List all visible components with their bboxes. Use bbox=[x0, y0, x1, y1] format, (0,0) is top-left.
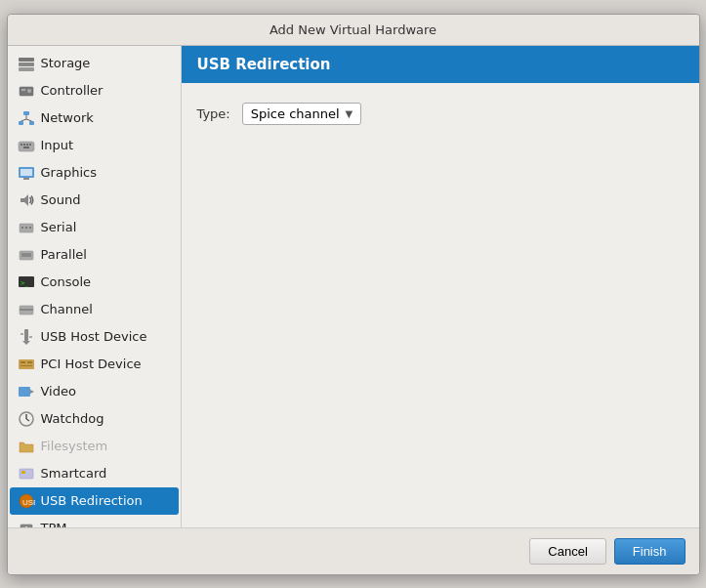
finish-button[interactable]: Finish bbox=[614, 538, 685, 565]
type-label: Type: bbox=[197, 106, 230, 121]
sidebar-item-label-input: Input bbox=[41, 138, 74, 152]
svg-line-45 bbox=[26, 419, 29, 421]
dialog-footer: Cancel Finish bbox=[8, 527, 699, 574]
channel-icon bbox=[18, 301, 35, 318]
svg-rect-37 bbox=[19, 359, 34, 369]
console-icon: >_ bbox=[18, 273, 35, 291]
sidebar-item-label-tpm: TPM bbox=[41, 521, 67, 527]
smartcard-icon bbox=[18, 465, 35, 483]
sidebar-item-network[interactable]: Network bbox=[10, 105, 179, 132]
svg-rect-16 bbox=[29, 144, 31, 146]
sidebar-item-label-console: Console bbox=[41, 274, 92, 289]
sidebar-item-watchdog[interactable]: Watchdog bbox=[10, 405, 179, 433]
svg-marker-21 bbox=[21, 194, 28, 206]
svg-marker-42 bbox=[30, 390, 34, 394]
chevron-down-icon: ▼ bbox=[346, 108, 353, 119]
svg-rect-14 bbox=[23, 144, 25, 146]
svg-rect-2 bbox=[19, 67, 34, 71]
sidebar-item-label-channel: Channel bbox=[41, 302, 93, 316]
svg-rect-47 bbox=[21, 471, 25, 474]
sidebar-item-video[interactable]: Video bbox=[10, 378, 179, 405]
tpm-icon bbox=[18, 520, 35, 527]
svg-rect-46 bbox=[20, 469, 33, 479]
svg-text:USB: USB bbox=[22, 498, 35, 507]
network-icon bbox=[18, 109, 35, 127]
sidebar-item-sound[interactable]: Sound bbox=[10, 187, 179, 214]
main-body: Type: Spice channel ▼ bbox=[182, 83, 699, 527]
svg-rect-1 bbox=[19, 63, 34, 66]
sidebar-item-smartcard[interactable]: Smartcard bbox=[10, 460, 179, 487]
sidebar-item-serial[interactable]: Serial bbox=[10, 214, 179, 241]
usb-host-device-icon bbox=[18, 328, 35, 346]
svg-rect-7 bbox=[19, 121, 23, 125]
svg-rect-0 bbox=[19, 58, 34, 62]
parallel-icon bbox=[18, 246, 35, 264]
sidebar: StorageControllerNetworkInputGraphicsSou… bbox=[8, 46, 182, 527]
sidebar-item-label-graphics: Graphics bbox=[41, 165, 97, 180]
svg-rect-4 bbox=[21, 89, 25, 91]
graphics-icon bbox=[18, 164, 35, 182]
sidebar-item-filesystem: Filesystem bbox=[10, 433, 179, 460]
sidebar-item-usb-host-device[interactable]: USB Host Device bbox=[10, 323, 179, 351]
input-icon bbox=[18, 137, 35, 154]
svg-rect-36 bbox=[29, 336, 32, 338]
pci-host-device-icon bbox=[18, 356, 35, 373]
storage-icon bbox=[18, 55, 35, 72]
svg-rect-40 bbox=[21, 365, 32, 366]
watchdog-icon bbox=[18, 410, 35, 428]
sidebar-item-label-smartcard: Smartcard bbox=[41, 466, 107, 481]
sidebar-item-label-controller: Controller bbox=[41, 83, 104, 98]
svg-rect-6 bbox=[23, 111, 29, 115]
serial-icon bbox=[18, 219, 35, 236]
type-select[interactable]: Spice channel ▼ bbox=[242, 103, 362, 125]
type-value: Spice channel bbox=[251, 106, 340, 121]
svg-rect-35 bbox=[21, 333, 23, 335]
type-row: Type: Spice channel ▼ bbox=[197, 103, 684, 125]
svg-rect-13 bbox=[21, 144, 22, 146]
sidebar-item-label-parallel: Parallel bbox=[41, 247, 87, 262]
dialog-content: StorageControllerNetworkInputGraphicsSou… bbox=[8, 46, 699, 527]
filesystem-icon bbox=[18, 438, 35, 455]
svg-rect-39 bbox=[27, 361, 32, 363]
sidebar-item-graphics[interactable]: Graphics bbox=[10, 159, 179, 187]
sound-icon bbox=[18, 191, 35, 209]
video-icon bbox=[18, 383, 35, 400]
sidebar-item-label-pci-host-device: PCI Host Device bbox=[41, 357, 142, 371]
sidebar-item-input[interactable]: Input bbox=[10, 132, 179, 159]
svg-rect-15 bbox=[26, 144, 28, 146]
svg-point-23 bbox=[21, 227, 23, 229]
sidebar-item-storage[interactable]: Storage bbox=[10, 50, 179, 77]
svg-line-10 bbox=[21, 119, 26, 121]
sidebar-item-label-filesystem: Filesystem bbox=[41, 439, 108, 453]
sidebar-item-controller[interactable]: Controller bbox=[10, 77, 179, 105]
dialog-title: Add New Virtual Hardware bbox=[8, 15, 699, 46]
svg-point-24 bbox=[25, 227, 27, 229]
svg-rect-33 bbox=[24, 329, 28, 341]
sidebar-item-label-network: Network bbox=[41, 110, 94, 125]
svg-line-11 bbox=[26, 119, 32, 121]
svg-point-5 bbox=[27, 89, 31, 93]
cancel-button[interactable]: Cancel bbox=[529, 538, 605, 565]
sidebar-item-console[interactable]: >_Console bbox=[10, 269, 179, 296]
svg-rect-20 bbox=[23, 178, 29, 180]
sidebar-item-parallel[interactable]: Parallel bbox=[10, 241, 179, 269]
svg-rect-19 bbox=[21, 169, 32, 176]
sidebar-item-pci-host-device[interactable]: PCI Host Device bbox=[10, 351, 179, 378]
sidebar-item-label-usb-redirection: USB Redirection bbox=[41, 493, 143, 508]
sidebar-item-channel[interactable]: Channel bbox=[10, 296, 179, 323]
usb-redirection-icon: USB bbox=[18, 492, 35, 510]
svg-rect-38 bbox=[21, 361, 25, 363]
sidebar-item-usb-redirection[interactable]: USBUSB Redirection bbox=[10, 487, 179, 515]
main-header: USB Redirection bbox=[182, 46, 699, 83]
sidebar-item-label-video: Video bbox=[41, 384, 76, 399]
sidebar-item-label-watchdog: Watchdog bbox=[41, 411, 104, 426]
svg-rect-8 bbox=[29, 121, 34, 125]
svg-point-25 bbox=[29, 227, 31, 229]
svg-rect-17 bbox=[23, 147, 29, 148]
sidebar-item-label-serial: Serial bbox=[41, 220, 77, 234]
svg-rect-41 bbox=[19, 387, 30, 397]
sidebar-item-tpm[interactable]: TPM bbox=[10, 515, 179, 527]
sidebar-item-label-sound: Sound bbox=[41, 192, 81, 207]
main-panel: USB Redirection Type: Spice channel ▼ bbox=[182, 46, 699, 527]
svg-marker-34 bbox=[22, 341, 30, 345]
